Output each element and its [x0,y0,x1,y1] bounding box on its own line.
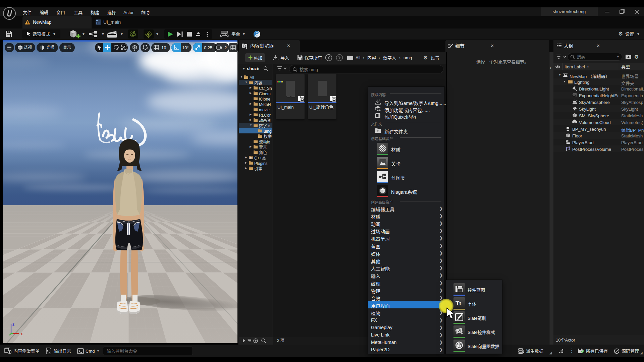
svg-text:z: z [12,322,14,327]
svg-text:GA: GA [131,35,134,37]
svg-text:Tt: Tt [455,300,461,306]
svg-text:C++: C++ [249,157,253,159]
svg-text:x: x [20,331,23,336]
